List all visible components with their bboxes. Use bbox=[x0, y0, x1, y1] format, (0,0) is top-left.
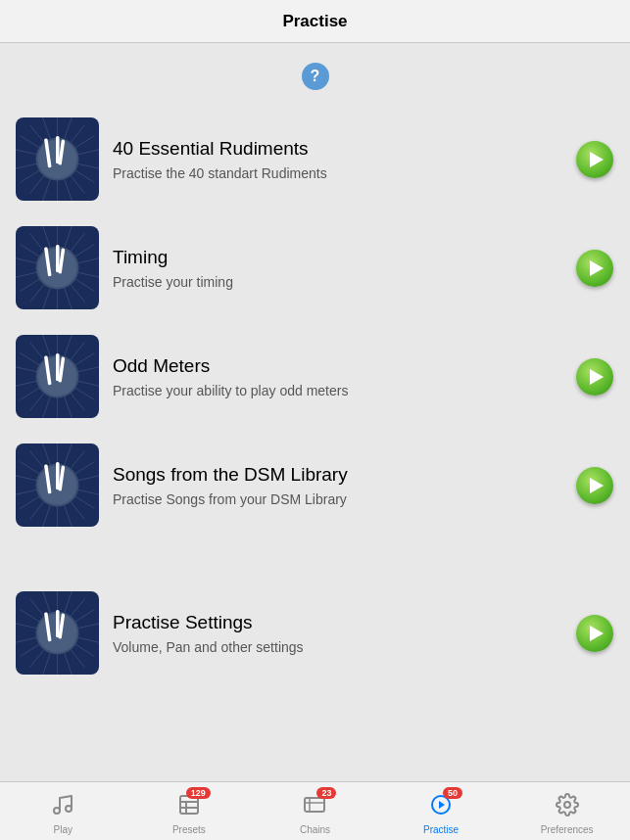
item-content-3: Odd Meters Practise your ability to play… bbox=[99, 355, 575, 398]
chains-badge: 23 bbox=[316, 787, 336, 799]
tab-preferences[interactable]: Preferences bbox=[504, 782, 630, 840]
item-content-4: Songs from the DSM Library Practise Song… bbox=[99, 464, 575, 507]
tab-chains-label: Chains bbox=[300, 824, 330, 835]
presets-badge: 129 bbox=[186, 787, 211, 799]
tab-play[interactable]: Play bbox=[0, 782, 126, 840]
item-thumbnail-1 bbox=[16, 117, 99, 201]
item-subtitle-1: Practise the 40 standart Rudiments bbox=[113, 165, 561, 181]
item-content-2: Timing Practise your timing bbox=[99, 247, 575, 290]
svg-rect-45 bbox=[56, 245, 60, 272]
svg-rect-91 bbox=[56, 462, 60, 490]
svg-rect-68 bbox=[56, 353, 60, 381]
header: Practise bbox=[0, 0, 630, 43]
tab-chains[interactable]: 23 Chains bbox=[252, 782, 378, 840]
settings-subtitle: Volume, Pan and other settings bbox=[113, 639, 561, 655]
item-title-4: Songs from the DSM Library bbox=[113, 464, 561, 486]
list-item[interactable]: Timing Practise your timing bbox=[0, 214, 630, 321]
settings-content: Practise Settings Volume, Pan and other … bbox=[99, 612, 575, 655]
list-item[interactable]: Songs from the DSM Library Practise Song… bbox=[0, 432, 630, 538]
tab-bar: Play 129 Presets 23 Chains bbox=[0, 781, 630, 840]
play-button-settings[interactable] bbox=[575, 614, 614, 653]
page-title: Practise bbox=[282, 12, 347, 31]
item-thumbnail-3 bbox=[16, 335, 99, 418]
play-button-1[interactable] bbox=[575, 140, 614, 179]
list-item[interactable]: 40 Essential Rudiments Practise the 40 s… bbox=[0, 106, 630, 212]
svg-rect-22 bbox=[56, 136, 60, 163]
item-title-3: Odd Meters bbox=[113, 355, 561, 377]
play-button-2[interactable] bbox=[575, 249, 614, 288]
svg-point-126 bbox=[564, 802, 570, 808]
list-item[interactable]: Odd Meters Practise your ability to play… bbox=[0, 323, 630, 430]
section-gap bbox=[0, 540, 630, 580]
svg-point-116 bbox=[66, 806, 72, 812]
tab-practise[interactable]: 50 Practise bbox=[378, 782, 505, 840]
item-content-1: 40 Essential Rudiments Practise the 40 s… bbox=[99, 138, 575, 181]
list-item-settings[interactable]: Practise Settings Volume, Pan and other … bbox=[0, 580, 630, 686]
svg-rect-114 bbox=[56, 610, 60, 637]
settings-thumbnail bbox=[16, 591, 99, 675]
main-content: ? bbox=[0, 43, 630, 781]
help-icon[interactable]: ? bbox=[302, 63, 329, 90]
play-button-3[interactable] bbox=[575, 357, 614, 397]
item-title-1: 40 Essential Rudiments bbox=[113, 138, 561, 160]
tab-presets-label: Presets bbox=[172, 824, 206, 835]
svg-marker-125 bbox=[439, 801, 445, 809]
tab-presets[interactable]: 129 Presets bbox=[126, 782, 253, 840]
music-note-icon bbox=[51, 793, 74, 822]
settings-title: Practise Settings bbox=[113, 612, 561, 633]
help-icon-container: ? bbox=[0, 63, 630, 90]
item-thumbnail-4 bbox=[16, 443, 99, 527]
practise-icon: 50 bbox=[429, 793, 453, 822]
tab-play-label: Play bbox=[54, 824, 73, 835]
chains-icon: 23 bbox=[303, 793, 326, 822]
item-subtitle-4: Practise Songs from your DSM Library bbox=[113, 491, 561, 507]
play-button-4[interactable] bbox=[575, 466, 614, 505]
item-subtitle-3: Practise your ability to play odd meters bbox=[113, 383, 561, 398]
item-subtitle-2: Practise your timing bbox=[113, 274, 561, 290]
item-thumbnail-2 bbox=[16, 226, 99, 309]
tab-preferences-label: Preferences bbox=[541, 824, 594, 835]
svg-rect-121 bbox=[305, 798, 324, 812]
item-title-2: Timing bbox=[113, 247, 561, 268]
gear-icon bbox=[556, 793, 579, 822]
svg-point-115 bbox=[54, 808, 60, 814]
practise-badge: 50 bbox=[443, 787, 462, 799]
presets-icon: 129 bbox=[177, 793, 201, 822]
tab-practise-label: Practise bbox=[423, 824, 459, 835]
